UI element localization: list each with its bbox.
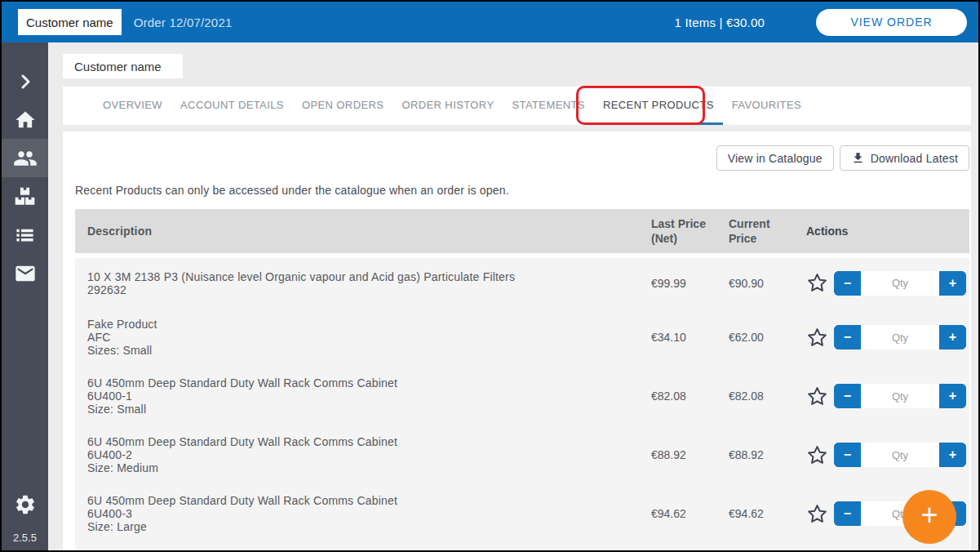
last-price: €88.92 — [651, 447, 729, 462]
sidebar-expand-button[interactable] — [2, 62, 48, 100]
tab-open-orders[interactable]: OPEN ORDERS — [293, 87, 392, 125]
product-description: 6U 450mm Deep Standard Duty Wall Rack Co… — [87, 435, 651, 474]
sidebar-item-home[interactable] — [2, 100, 48, 139]
column-current-price: Current Price — [729, 216, 806, 246]
table-row: Fake Product AFC Sizes: Small €34.10 €62… — [87, 308, 969, 367]
recent-products-panel: View in Catalogue Download Latest Recent… — [63, 131, 971, 550]
column-last-price: Last Price (Net) — [651, 216, 729, 246]
table-row: 6U 450mm Deep Standard Duty Wall Rack Co… — [87, 484, 969, 543]
current-price: €62.00 — [729, 330, 806, 345]
table-row: 10 X 3M 2138 P3 (Nuisance level Organic … — [87, 258, 969, 308]
mail-icon — [14, 262, 37, 285]
info-note: Recent Products can only be accessed und… — [75, 184, 969, 197]
favourite-star-icon[interactable] — [806, 327, 828, 349]
download-icon — [851, 151, 865, 165]
sidebar-item-orders-list[interactable] — [2, 216, 48, 254]
table-row: 6U 450mm Deep Standard Duty Wall Rack Co… — [87, 367, 969, 425]
tab-recent-products[interactable]: RECENT PRODUCTS — [594, 87, 723, 125]
favourite-star-icon[interactable] — [806, 503, 828, 525]
decrease-qty-button[interactable]: − — [834, 384, 861, 408]
sidebar-item-settings[interactable] — [14, 485, 37, 523]
qty-input[interactable] — [861, 325, 939, 349]
favourite-star-icon[interactable] — [806, 272, 828, 294]
tab-order-history[interactable]: ORDER HISTORY — [392, 87, 503, 125]
qty-input[interactable] — [861, 443, 939, 467]
download-latest-button[interactable]: Download Latest — [840, 145, 969, 171]
tab-account-details[interactable]: ACCOUNT DETAILS — [171, 87, 293, 125]
sidebar-item-customers[interactable] — [2, 139, 48, 177]
panel-toolbar: View in Catalogue Download Latest — [75, 145, 969, 171]
qty-input[interactable] — [861, 384, 939, 408]
increase-qty-button[interactable]: + — [939, 271, 966, 296]
customer-tabs: OVERVIEW ACCOUNT DETAILS OPEN ORDERS ORD… — [63, 87, 971, 125]
product-description: 10 X 3M 2138 P3 (Nuisance level Organic … — [87, 270, 651, 296]
favourite-star-icon[interactable] — [806, 385, 828, 407]
last-price: €99.99 — [651, 276, 729, 291]
home-icon — [14, 109, 37, 131]
last-price: €94.62 — [651, 506, 729, 521]
quantity-stepper: − + — [834, 271, 966, 296]
customer-name-chip: Customer name — [18, 9, 122, 35]
decrease-qty-button[interactable]: − — [834, 443, 861, 467]
current-price: €90.90 — [729, 276, 806, 291]
sidebar-item-stock[interactable] — [2, 177, 48, 216]
table-header: Description Last Price (Net) Current Pri… — [75, 209, 969, 253]
order-header-bar: Customer name Order 12/07/2021 1 Items |… — [2, 2, 978, 42]
chevron-right-icon — [16, 72, 35, 91]
list-icon — [14, 224, 36, 246]
recent-products-table: Description Last Price (Net) Current Pri… — [75, 209, 969, 550]
current-price: €82.08 — [729, 389, 806, 403]
cart-summary: 1 Items | €30.00 — [675, 16, 765, 29]
product-description: 6U 450mm Deep Standard Duty Wall Rack Co… — [87, 376, 651, 416]
people-icon — [13, 146, 38, 171]
increase-qty-button[interactable]: + — [939, 443, 966, 467]
qty-input[interactable] — [861, 271, 939, 296]
add-fab-button[interactable]: + — [902, 490, 956, 544]
column-actions: Actions — [806, 225, 969, 238]
view-order-button[interactable]: VIEW ORDER — [816, 9, 967, 36]
decrease-qty-button[interactable]: − — [834, 271, 861, 296]
gear-icon — [14, 493, 37, 516]
sidebar-item-messages[interactable] — [2, 254, 48, 292]
page-title: Customer name — [63, 54, 183, 78]
nav-sidebar: 2.5.5 — [2, 42, 48, 550]
tab-overview[interactable]: OVERVIEW — [94, 87, 171, 125]
view-in-catalogue-button[interactable]: View in Catalogue — [716, 145, 834, 171]
product-description: 6U 450mm Deep Standard Duty Wall Rack Co… — [87, 494, 651, 533]
product-description: Fake Product AFC Sizes: Small — [87, 318, 651, 357]
increase-qty-button[interactable]: + — [939, 325, 966, 349]
favourite-star-icon[interactable] — [806, 444, 828, 466]
current-price: €88.92 — [729, 447, 806, 462]
decrease-qty-button[interactable]: − — [834, 501, 861, 526]
main-area: Customer name OVERVIEW ACCOUNT DETAILS O… — [48, 42, 978, 550]
download-latest-label: Download Latest — [871, 152, 958, 165]
column-description: Description — [87, 225, 651, 238]
quantity-stepper: − + — [834, 384, 966, 408]
last-price: €34.10 — [651, 330, 729, 345]
current-price: €94.62 — [729, 506, 806, 521]
app-version: 2.5.5 — [13, 532, 37, 544]
app-window: Customer name Order 12/07/2021 1 Items |… — [0, 0, 980, 552]
view-in-catalogue-label: View in Catalogue — [728, 152, 823, 165]
quantity-stepper: − + — [834, 443, 966, 467]
tab-favourites[interactable]: FAVOURITES — [723, 87, 810, 125]
table-body: 10 X 3M 2138 P3 (Nuisance level Organic … — [75, 258, 969, 550]
table-row: 6U 450mm Deep Standard Duty Wall Rack Co… — [87, 425, 969, 484]
quantity-stepper: − + — [834, 325, 966, 349]
stock-icon — [14, 185, 36, 207]
increase-qty-button[interactable]: + — [939, 384, 966, 408]
order-date-label: Order 12/07/2021 — [134, 16, 233, 29]
decrease-qty-button[interactable]: − — [834, 325, 861, 349]
tab-statements[interactable]: STATEMENTS — [503, 87, 593, 125]
last-price: €82.08 — [651, 389, 729, 403]
